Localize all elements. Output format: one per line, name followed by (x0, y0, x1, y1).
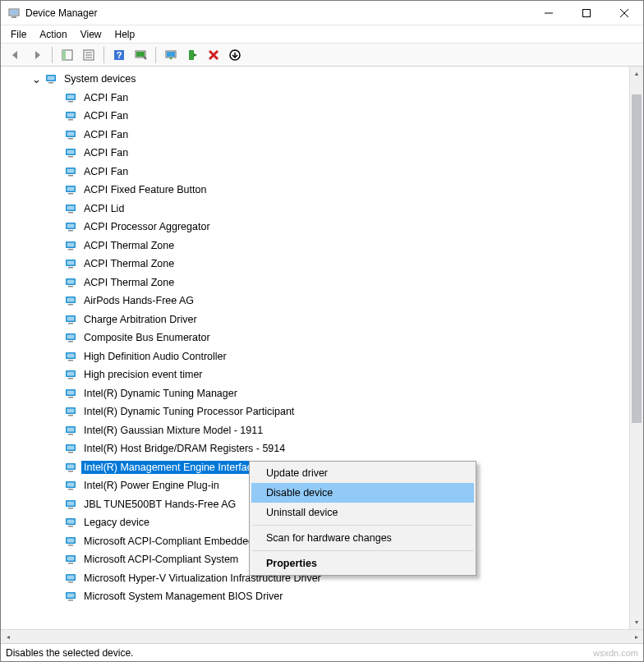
svg-rect-38 (68, 175, 73, 177)
svg-rect-58 (67, 298, 75, 302)
category-label: System devices (62, 72, 139, 85)
tree-item[interactable]: ACPI Fan (1, 89, 629, 108)
context-disable-device[interactable]: Disable device (251, 483, 474, 503)
device-label: Microsoft ACPI-Compliant System (81, 553, 241, 566)
tree-item[interactable]: ACPI Lid (1, 200, 629, 218)
device-icon (65, 183, 78, 196)
toolbar-separator (104, 47, 104, 63)
tree-item[interactable]: ACPI Fan (1, 144, 629, 163)
tree-item[interactable]: Composite Bus Enumerator (1, 329, 629, 347)
vertical-scrollbar[interactable]: ▴ ▾ (629, 67, 643, 629)
svg-rect-76 (67, 409, 75, 413)
device-label: Intel(R) Gaussian Mixture Model - 1911 (81, 424, 265, 437)
tree-item[interactable]: ACPI Thermal Zone (1, 237, 629, 255)
device-icon (65, 146, 78, 159)
menu-action[interactable]: Action (33, 27, 73, 42)
device-icon (65, 368, 78, 381)
context-update-driver[interactable]: Update driver (251, 463, 474, 483)
svg-rect-18 (167, 52, 175, 57)
context-scan[interactable]: Scan for hardware changes (251, 528, 474, 548)
status-text: Disables the selected device. (6, 647, 133, 659)
scroll-left-icon[interactable]: ◂ (1, 630, 15, 643)
disable-device-button[interactable] (225, 45, 245, 65)
update-driver-button[interactable] (161, 45, 181, 65)
device-label: ACPI Lid (81, 202, 126, 215)
svg-rect-4 (583, 9, 591, 16)
scrollbar-thumb[interactable] (632, 94, 642, 423)
tree-item[interactable]: High precision event timer (1, 365, 629, 384)
device-label: ACPI Fixed Feature Button (81, 183, 209, 196)
collapse-icon[interactable]: ⌄ (30, 73, 42, 85)
help-button[interactable]: ? (109, 45, 129, 65)
svg-rect-77 (68, 415, 73, 416)
tree-item[interactable]: ACPI Fan (1, 107, 629, 126)
svg-rect-71 (68, 378, 73, 379)
maximize-button[interactable] (568, 1, 605, 25)
properties-button[interactable] (79, 45, 99, 65)
tree-item[interactable]: ACPI Thermal Zone (1, 274, 629, 292)
tree-item[interactable]: ACPI Fan (1, 163, 629, 182)
tree-item[interactable]: ACPI Processor Aggregator (1, 218, 629, 237)
svg-rect-50 (68, 249, 73, 251)
device-icon (65, 498, 78, 511)
device-icon (65, 553, 78, 566)
svg-rect-70 (67, 372, 75, 376)
tree-item[interactable]: Intel(R) Dynamic Tuning Manager (1, 384, 629, 403)
enable-device-button[interactable] (182, 45, 202, 65)
svg-rect-46 (67, 224, 75, 228)
show-hide-console-button[interactable] (58, 45, 77, 65)
scroll-down-icon[interactable]: ▾ (630, 615, 643, 629)
tree-item[interactable]: Intel(R) Gaussian Mixture Model - 1911 (1, 421, 629, 440)
scan-button[interactable] (131, 45, 150, 65)
tree-item[interactable]: ACPI Fixed Feature Button (1, 181, 629, 200)
horizontal-scrollbar[interactable]: ◂ ▸ (1, 629, 643, 643)
minimize-button[interactable] (530, 1, 568, 25)
watermark: wsxdn.com (593, 648, 638, 658)
context-uninstall-device[interactable]: Uninstall device (251, 503, 474, 522)
device-label: JBL TUNE500BT Hands-Free AG (81, 498, 238, 511)
back-button[interactable] (6, 45, 25, 65)
svg-rect-53 (68, 267, 73, 269)
menu-view[interactable]: View (74, 27, 108, 42)
device-label: High precision event timer (81, 368, 205, 381)
device-label: Composite Bus Enumerator (81, 331, 213, 344)
uninstall-device-button[interactable] (204, 45, 223, 65)
device-label: ACPI Fan (81, 146, 131, 159)
svg-rect-43 (67, 205, 75, 209)
svg-rect-35 (68, 156, 73, 158)
tree-item[interactable]: Microsoft System Management BIOS Driver (1, 587, 629, 606)
svg-rect-16 (136, 52, 145, 57)
tree-item[interactable]: Intel(R) Dynamic Tuning Processor Partic… (1, 402, 629, 421)
device-tree[interactable]: ⌄ System devices ACPI FanACPI FanACPI Fa… (1, 67, 629, 629)
svg-rect-107 (68, 600, 73, 601)
svg-rect-100 (67, 557, 75, 561)
svg-rect-41 (68, 193, 73, 195)
close-button[interactable] (605, 1, 643, 25)
toolbar-separator (155, 47, 156, 63)
tree-item[interactable]: ACPI Fan (1, 126, 629, 145)
device-icon (65, 405, 78, 418)
tree-item[interactable]: AirPods Hands-Free AG (1, 292, 629, 310)
menu-file[interactable]: File (4, 27, 33, 42)
tree-category[interactable]: ⌄ System devices (1, 70, 629, 89)
tree-item[interactable]: ACPI Thermal Zone (1, 255, 629, 274)
context-properties[interactable]: Properties (251, 554, 474, 573)
tree-item[interactable]: High Definition Audio Controller (1, 347, 629, 366)
menu-help[interactable]: Help (108, 27, 142, 42)
device-icon (65, 479, 78, 492)
titlebar[interactable]: Device Manager (1, 1, 643, 25)
svg-rect-85 (67, 464, 75, 468)
app-icon (7, 7, 21, 20)
device-label: AirPods Hands-Free AG (81, 294, 196, 307)
tree-item[interactable]: Intel(R) Host Bridge/DRAM Registers - 59… (1, 439, 629, 458)
scroll-up-icon[interactable]: ▴ (630, 67, 643, 80)
forward-button[interactable] (27, 45, 47, 65)
tree-item[interactable]: Charge Arbitration Driver (1, 310, 629, 329)
svg-rect-106 (67, 594, 75, 598)
scroll-right-icon[interactable]: ▸ (629, 630, 643, 643)
device-label: Legacy device (81, 516, 152, 529)
status-bar: Disables the selected device. wsxdn.com (1, 643, 643, 661)
device-icon (65, 590, 78, 603)
svg-rect-22 (48, 76, 55, 80)
svg-rect-97 (67, 538, 75, 542)
